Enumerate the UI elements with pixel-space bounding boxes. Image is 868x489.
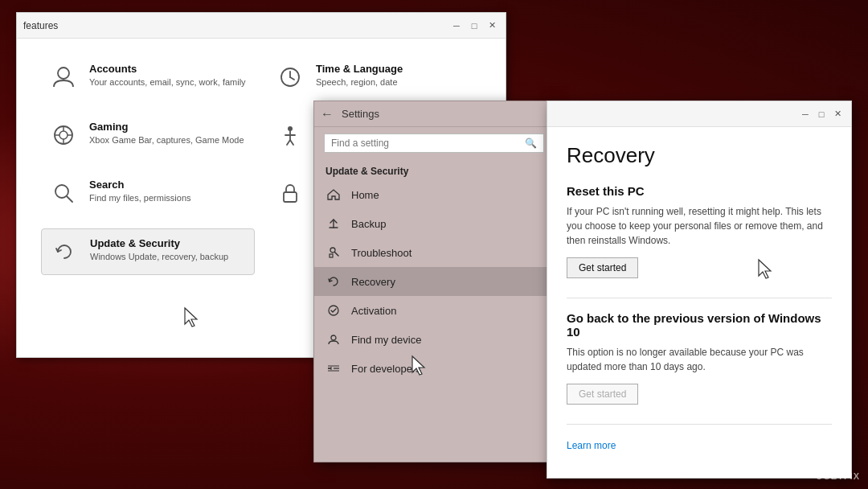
- findmydevice-icon: [326, 331, 342, 347]
- reset-section: Reset this PC If your PC isn't running w…: [567, 184, 832, 278]
- svg-line-3: [290, 77, 294, 80]
- home-icon: [326, 187, 342, 203]
- sidebar-item-recovery-label: Recovery: [351, 276, 395, 288]
- win3-content: Recovery Reset this PC If your PC isn't …: [547, 127, 851, 468]
- win3-minimize-button[interactable]: ─: [798, 107, 813, 121]
- goback-section: Go back to the previous version of Windo…: [567, 311, 832, 405]
- watermark: UGETFIX: [816, 471, 860, 481]
- win1-title: features: [23, 20, 58, 31]
- goback-section-title: Go back to the previous version of Windo…: [567, 311, 832, 339]
- reset-get-started-button[interactable]: Get started: [567, 257, 638, 278]
- goback-get-started-button: Get started: [567, 384, 638, 405]
- gaming-icon: [49, 121, 78, 150]
- recovery-page-title: Recovery: [567, 143, 832, 168]
- win2-section-title: Update & Security: [314, 159, 554, 180]
- divider: [567, 298, 832, 298]
- svg-line-16: [67, 196, 72, 202]
- troubleshoot-icon: [326, 244, 342, 261]
- win3-titlebar: ─ □ ✕: [547, 101, 851, 127]
- time-text: Time & Language Speech, region, date: [316, 63, 403, 88]
- svg-rect-21: [330, 254, 333, 257]
- win1-minimize-button[interactable]: ─: [449, 18, 464, 33]
- win2-back-button[interactable]: ←: [321, 107, 334, 121]
- sidebar-item-troubleshoot[interactable]: Troubleshoot: [314, 238, 554, 267]
- learn-more-link[interactable]: Learn more: [567, 440, 616, 451]
- activation-icon: [326, 302, 342, 318]
- win2-search-input[interactable]: [331, 138, 520, 149]
- svg-line-13: [287, 140, 290, 145]
- win1-titlebar: features ─ □ ✕: [17, 13, 506, 39]
- svg-point-0: [58, 68, 69, 79]
- svg-line-14: [290, 140, 293, 145]
- developers-icon: [326, 360, 342, 376]
- sidebar-item-recovery[interactable]: Recovery: [314, 267, 554, 296]
- update-text: Update & Security Windows Update, recove…: [90, 237, 228, 263]
- win2-search-icon: 🔍: [525, 138, 537, 149]
- ease-icon: [276, 121, 305, 150]
- recovery-icon: [326, 273, 342, 290]
- sidebar-item-activation-label: Activation: [351, 305, 396, 317]
- accounts-text: Accounts Your accounts, email, sync, wor…: [89, 63, 246, 88]
- settings-item-search[interactable]: Search Find my files, permissions: [41, 171, 255, 216]
- privacy-icon: [276, 179, 305, 208]
- sidebar-item-findmydevice[interactable]: Find my device: [314, 325, 554, 354]
- accounts-icon: [49, 63, 78, 92]
- reset-section-title: Reset this PC: [567, 184, 832, 198]
- win2-search-box[interactable]: 🔍: [324, 134, 544, 153]
- reset-section-desc: If your PC isn't running well, resetting…: [567, 204, 832, 248]
- sidebar-item-backup-label: Backup: [351, 218, 386, 230]
- settings-item-time[interactable]: Time & Language Speech, region, date: [268, 55, 481, 100]
- divider-2: [567, 424, 832, 425]
- sidebar-item-backup[interactable]: Backup: [314, 209, 554, 238]
- sidebar-item-troubleshoot-label: Troubleshoot: [351, 247, 411, 259]
- svg-rect-17: [284, 192, 297, 202]
- sidebar-item-developers-label: For developers: [351, 363, 421, 375]
- win1-maximize-button[interactable]: □: [467, 18, 481, 33]
- svg-point-5: [59, 131, 68, 139]
- win2-titlebar: ← Settings: [314, 101, 554, 127]
- settings-item-gaming[interactable]: Gaming Xbox Game Bar, captures, Game Mod…: [41, 113, 255, 158]
- gaming-text: Gaming Xbox Game Bar, captures, Game Mod…: [89, 121, 244, 146]
- sidebar-item-findmydevice-label: Find my device: [351, 334, 421, 346]
- settings-sidebar-window: ← Settings 🔍 Update & Security Home Back…: [313, 101, 555, 462]
- backup-icon: [326, 216, 342, 232]
- win1-controls: ─ □ ✕: [449, 18, 499, 33]
- win3-maximize-button[interactable]: □: [814, 107, 829, 121]
- sidebar-item-home[interactable]: Home: [314, 180, 554, 209]
- cursor-1: [182, 306, 201, 329]
- recovery-panel-window: ─ □ ✕ Recovery Reset this PC If your PC …: [547, 101, 852, 479]
- search-text: Search Find my files, permissions: [89, 179, 191, 204]
- time-icon: [276, 63, 305, 92]
- settings-item-accounts[interactable]: Accounts Your accounts, email, sync, wor…: [41, 55, 255, 100]
- update-icon: [50, 237, 79, 266]
- win1-close-button[interactable]: ✕: [485, 18, 499, 33]
- search-icon: [49, 179, 78, 208]
- sidebar-item-home-label: Home: [351, 189, 379, 201]
- win3-controls: ─ □ ✕: [798, 107, 845, 121]
- sidebar-item-developers[interactable]: For developers: [314, 354, 554, 383]
- settings-item-update[interactable]: Update & Security Windows Update, recove…: [41, 228, 255, 275]
- svg-point-22: [329, 306, 338, 315]
- win2-title: Settings: [342, 108, 379, 120]
- svg-point-23: [331, 335, 336, 340]
- sidebar-item-activation[interactable]: Activation: [314, 296, 554, 325]
- svg-line-20: [335, 253, 339, 257]
- win3-close-button[interactable]: ✕: [830, 107, 845, 121]
- goback-section-desc: This option is no longer available becau…: [567, 345, 832, 374]
